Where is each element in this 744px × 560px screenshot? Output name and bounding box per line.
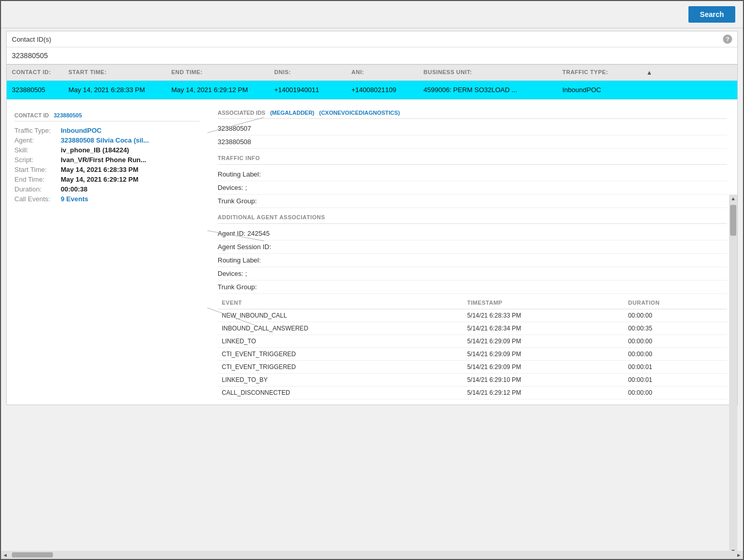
info-icon[interactable]: ? [723, 34, 732, 44]
agent-value[interactable]: 323880508 Silvia Coca (sil... [61, 136, 149, 144]
event-row: INBOUND_CALL_ANSWERED5/14/21 6:28:34 PM0… [218, 322, 727, 335]
contact-id-label: Contact ID(s) [12, 36, 51, 43]
assoc-id-1: 323880507 [218, 122, 727, 135]
duration-value: 00:00:38 [61, 185, 87, 193]
td-traffic-type: InboundPOC [557, 81, 640, 99]
skill-value: iv_phone_IB (184224) [61, 146, 129, 154]
traffic-type-value[interactable]: InboundPOC [61, 127, 101, 134]
th-business-unit: BUSINESS UNIT: [418, 65, 557, 80]
event-row: LINKED_TO5/14/21 6:29:09 PM00:00:00 [218, 335, 727, 348]
events-table: EVENT TIMESTAMP DURATION NEW_INBOUND_CAL… [218, 296, 727, 399]
megaladder-link[interactable]: (MEGALADDER) [270, 110, 314, 116]
cxonevoice-link[interactable]: (CXONEVOICEDIAGNOSTICS) [319, 110, 400, 116]
detail-skill: Skill: iv_phone_IB (184224) [14, 146, 200, 154]
traffic-type-label: Traffic Type: [14, 127, 61, 134]
routing-label-field: Routing Label: [218, 168, 727, 181]
additional-agent-title: ADDITIONAL AGENT ASSOCIATIONS [218, 214, 727, 220]
event-cell-timestamp: 5/14/21 6:28:33 PM [463, 309, 624, 322]
additional-agent-divider [218, 223, 727, 224]
sort-arrow-icon: ▲ [646, 69, 652, 76]
td-start-time: May 14, 2021 6:28:33 PM [63, 81, 166, 99]
event-row: CTI_EVENT_TRIGGERED5/14/21 6:29:09 PM00:… [218, 361, 727, 374]
detail-agent: Agent: 323880508 Silvia Coca (sil... [14, 136, 200, 144]
event-cell-timestamp: 5/14/21 6:29:12 PM [463, 387, 624, 399]
assoc-ids-divider [218, 118, 727, 119]
call-events-value[interactable]: 9 Events [61, 195, 88, 203]
scroll-left-icon[interactable]: ◄ [1, 552, 9, 558]
call-events-label: Call Events: [14, 195, 61, 203]
contact-id-input[interactable] [7, 47, 737, 64]
search-button[interactable]: Search [688, 6, 735, 23]
events-col-event: EVENT [218, 296, 463, 309]
event-cell-event: CTI_EVENT_TRIGGERED [218, 348, 463, 361]
events-col-duration: DURATION [624, 296, 727, 309]
events-table-header-row: EVENT TIMESTAMP DURATION [218, 296, 727, 309]
th-ani: ANI: [346, 65, 418, 80]
devices-field: Devices: ; [218, 181, 727, 195]
th-start-time: START TIME: [63, 65, 166, 80]
event-cell-duration: 00:00:01 [624, 374, 727, 387]
event-cell-duration: 00:00:00 [624, 387, 727, 399]
event-cell-timestamp: 5/14/21 6:29:09 PM [463, 361, 624, 374]
td-dnis: +14001940011 [269, 81, 346, 99]
event-row: LINKED_TO_BY5/14/21 6:29:10 PM00:00:01 [218, 374, 727, 387]
content-area: Contact ID(s) ? CONTACT ID: START TIME: … [6, 31, 738, 405]
end-time-label: End Time: [14, 176, 61, 183]
event-cell-timestamp: 5/14/21 6:29:10 PM [463, 374, 624, 387]
event-row: CALL_DISCONNECTED5/14/21 6:29:12 PM00:00… [218, 387, 727, 399]
agent-devices-field: Devices: ; [218, 267, 727, 281]
script-value: Ivan_VR/First Phone Run... [61, 156, 146, 164]
start-time-label: Start Time: [14, 166, 61, 173]
scroll-up-icon[interactable]: ▲ [730, 195, 737, 202]
scroll-right-icon[interactable]: ► [735, 552, 743, 558]
event-cell-event: INBOUND_CALL_ANSWERED [218, 322, 463, 335]
skill-label: Skill: [14, 146, 61, 154]
contact-id-label-row: Contact ID(s) ? [7, 31, 737, 47]
th-contact-id: CONTACT ID: [7, 65, 63, 80]
vertical-scrollbar[interactable]: ▲ ▼ [729, 195, 737, 555]
th-dnis: DNIS: [269, 65, 346, 80]
right-panel: ASSOCIATED IDS (MEGALADDER) (CXONEVOICED… [207, 102, 737, 405]
traffic-info-title: TRAFFIC INFO [218, 155, 727, 161]
event-cell-duration: 00:00:00 [624, 309, 727, 322]
table-row[interactable]: 323880505 May 14, 2021 6:28:33 PM May 14… [7, 81, 737, 99]
start-time-value: May 14, 2021 6:28:33 PM [61, 166, 138, 173]
detail-start-time: Start Time: May 14, 2021 6:28:33 PM [14, 166, 200, 173]
detail-end-time: End Time: May 14, 2021 6:29:12 PM [14, 176, 200, 183]
horizontal-scrollbar[interactable]: ◄ ► [1, 551, 743, 559]
event-cell-timestamp: 5/14/21 6:29:09 PM [463, 335, 624, 348]
event-cell-duration: 00:00:00 [624, 335, 727, 348]
th-sort[interactable]: ▲ [640, 65, 655, 80]
associated-ids-header: ASSOCIATED IDS (MEGALADDER) (CXONEVOICED… [218, 110, 727, 116]
event-cell-duration: 00:00:00 [624, 348, 727, 361]
table-header: CONTACT ID: START TIME: END TIME: DNIS: … [7, 64, 737, 81]
event-cell-duration: 00:00:01 [624, 361, 727, 374]
detail-duration: Duration: 00:00:38 [14, 185, 200, 193]
event-cell-event: CALL_DISCONNECTED [218, 387, 463, 399]
h-scroll-thumb[interactable] [12, 552, 53, 557]
event-cell-event: NEW_INBOUND_CALL [218, 309, 463, 322]
script-label: Script: [14, 156, 61, 164]
event-cell-event: CTI_EVENT_TRIGGERED [218, 361, 463, 374]
event-cell-event: LINKED_TO [218, 335, 463, 348]
agent-routing-label-field: Routing Label: [218, 254, 727, 267]
th-end-time: END TIME: [166, 65, 269, 80]
detail-section: CONTACT ID 323880505 Traffic Type: Inbou… [7, 102, 737, 405]
td-contact-id: 323880505 [7, 81, 63, 99]
agent-label: Agent: [14, 136, 61, 144]
events-col-timestamp: TIMESTAMP [463, 296, 624, 309]
event-cell-timestamp: 5/14/21 6:28:34 PM [463, 322, 624, 335]
td-ani: +14008021109 [346, 81, 418, 99]
assoc-id-2: 323880508 [218, 135, 727, 149]
agent-trunk-group-field: Trunk Group: [218, 281, 727, 294]
td-empty [640, 81, 655, 99]
event-cell-event: LINKED_TO_BY [218, 374, 463, 387]
contact-id-header-label: CONTACT ID [14, 112, 49, 118]
duration-label: Duration: [14, 185, 61, 193]
end-time-value: May 14, 2021 6:29:12 PM [61, 176, 138, 183]
top-bar: Search [1, 1, 743, 28]
traffic-info-divider [218, 164, 727, 165]
main-container: Search Contact ID(s) ? CONTACT ID: START… [0, 0, 744, 560]
scroll-thumb[interactable] [730, 205, 736, 236]
event-row: CTI_EVENT_TRIGGERED5/14/21 6:29:09 PM00:… [218, 348, 727, 361]
